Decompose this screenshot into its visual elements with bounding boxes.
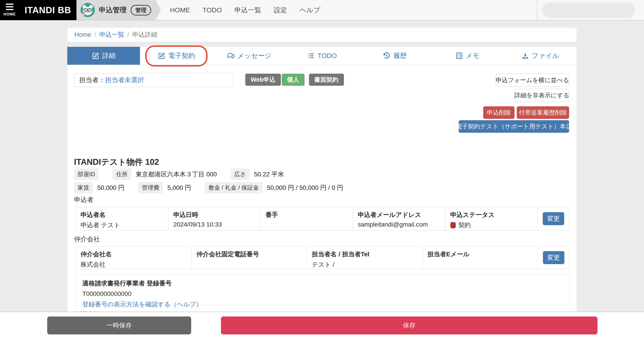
broker-email-label: 担当者Eメール [428,250,533,258]
broker-change-cell: 変更 [538,246,569,269]
hamburger-icon [6,4,14,10]
edit-icon [158,52,166,60]
tab-econtract[interactable]: 電子契約 [140,47,213,65]
assignee-value: 担当者未選択 [105,76,144,85]
invoice-number: T0000000000000 [82,290,562,297]
nav-help[interactable]: ヘルプ [300,6,320,15]
tab-history[interactable]: 履歴 [358,47,431,65]
tab-detail[interactable]: 詳細 [67,47,140,65]
delete-referral-history-button[interactable]: 付帯送客履歴削除 [517,106,569,119]
tab-file[interactable]: ファイル [504,47,577,65]
applicant-name-label: 申込者名 [80,211,163,219]
applicant-table: 申込者名 申込者 テスト 申込日時 2024/09/13 10:33 番手 申込… [75,207,570,231]
broker-email-cell: 担当者Eメール [422,246,538,269]
module-name: 申込管理 [99,5,126,15]
tab-detail-label: 詳細 [102,51,116,61]
broker-person-label: 担当者名 / 担当者Tel [312,250,418,258]
room-id-chip: 部屋ID [74,169,98,180]
tab-memo-label: メモ [466,51,480,61]
save-button[interactable]: 保存 [221,316,598,334]
badge-web-application: Web申込 [245,74,281,86]
mascot-avatar [80,3,95,17]
bottom-action-bar: 一時保存 保存 [0,311,644,338]
application-detail-card: 詳細 電子契約 メッセージ TODO 履歴 メモ [67,47,577,338]
property-info-row-1: 部屋ID 住所 東京都港区六本木３丁目 000 広さ 50.22 平米 [74,169,284,180]
applicant-datetime-cell: 申込日時 2024/09/13 10:33 [168,207,260,230]
property-info-row-2: 家賃 50,000 円 管理費 5,000 円 敷金 / 礼金 / 保証金 50… [74,182,343,193]
itandi-bb-logo[interactable]: ITANDI BB [19,0,76,20]
applicant-datetime-label: 申込日時 [173,211,256,219]
breadcrumb-list-link[interactable]: 申込一覧 [99,31,124,39]
tab-todo-label: TODO [318,52,337,60]
application-badges: Web申込 個人 書面契約 [245,74,344,86]
applicant-change-button[interactable]: 変更 [543,212,564,225]
application-detail-page: HOME ITANDI BB 申 [0,0,644,338]
invoice-registration-box: 適格請求書発行事業者 登録番号 T0000000000000 登録番号の表示方法… [75,274,570,305]
tab-message-label: メッセージ [237,51,272,61]
broker-person-cell: 担当者名 / 担当者Tel テスト / [306,246,422,269]
deposit-chip: 敷金 / 礼金 / 保証金 [205,182,262,193]
assignee-selector[interactable]: 担当者： 担当者未選択 [74,73,234,87]
property-title: ITANDIテスト物件 102 [74,156,159,168]
applicant-email-cell: 申込者メールアドレス sampleitandi@gmail.com [353,207,445,230]
side-by-side-button[interactable]: 申込フォームを横に並べる [496,74,569,87]
breadcrumb-separator: / [127,31,129,38]
size-value: 50.22 平米 [254,170,284,179]
tab-message[interactable]: メッセージ [213,47,286,65]
top-navigation: HOME TODO 申込一覧 設定 ヘルプ [170,0,320,20]
nav-todo[interactable]: TODO [202,6,222,14]
mgmt-fee-value: 5,000 円 [167,184,191,192]
temp-save-button[interactable]: 一時保存 [47,316,191,334]
applicant-email-value: sampleitandi@gmail.com [358,221,440,228]
applicant-name-cell: 申込者名 申込者 テスト [76,207,168,230]
delete-application-button[interactable]: 申込削除 [483,106,514,119]
topbar-right-section [537,0,644,21]
tab-memo[interactable]: メモ [431,47,504,65]
econtract-store-button[interactable]: 電子契約テスト（サポート用テスト）本店 [459,120,569,133]
breadcrumb: Home / 申込一覧 / 申込詳細 [67,27,577,42]
broker-phone-label: 仲介会社固定電話番号 [196,250,302,258]
broker-heading: 仲介会社 [74,235,100,244]
broker-phone-cell: 仲介会社固定電話番号 [192,246,307,269]
broker-person-value: テスト / [312,260,418,269]
breadcrumb-current: 申込詳細 [132,31,157,39]
history-icon [383,52,390,60]
mgmt-fee-chip: 管理費 [138,182,163,193]
list-icon [307,52,315,60]
address-value: 東京都港区六本木３丁目 000 [136,170,217,179]
applicant-rank-label: 番手 [266,211,348,219]
broker-company-value: 株式会社 [80,260,186,269]
invoice-title: 適格請求書発行事業者 登録番号 [82,279,562,288]
nav-home[interactable]: HOME [170,6,190,14]
applicant-rank-cell: 番手 [260,207,353,230]
nav-applications[interactable]: 申込一覧 [234,6,261,15]
tab-history-label: 履歴 [393,51,406,61]
size-chip: 広さ [231,169,250,180]
applicant-change-cell: 変更 [537,207,569,230]
broker-company-label: 仲介会社名 [80,250,186,258]
badge-paper-contract: 書面契約 [309,74,344,86]
chat-icon [227,52,234,60]
breadcrumb-home-link[interactable]: Home [74,31,91,38]
tab-todo[interactable]: TODO [286,47,358,65]
applicant-status-label: 申込ステータス [450,211,533,219]
detail-content: 担当者： 担当者未選択 Web申込 個人 書面契約 申込フォームを横に並べる 詳… [67,65,577,337]
tab-econtract-label: 電子契約 [168,51,195,61]
address-chip: 住所 [112,169,131,180]
applicant-status-value: 契約 [458,221,471,229]
module-selector[interactable]: 申込管理 管理 [76,0,161,20]
broker-table: 仲介会社名 株式会社 仲介会社固定電話番号 担当者名 / 担当者Tel テスト … [75,246,570,269]
breadcrumb-separator: / [94,31,96,38]
search-input[interactable] [542,3,635,18]
applicant-name-value: 申込者 テスト [80,221,163,229]
status-indicator-dot [450,222,456,228]
invoice-help-link[interactable]: 登録番号の表示方法を確認する（ヘルプ） [82,300,202,309]
rent-value: 50,000 円 [97,184,124,192]
assignee-label: 担当者： [79,76,105,85]
home-box-label: HOME [4,12,16,17]
hamburger-home-button[interactable]: HOME [0,0,19,20]
deposit-value: 50,000 円 / 50,000 円 / 0 円 [267,184,343,192]
nav-settings[interactable]: 設定 [274,6,287,15]
hide-detail-button[interactable]: 詳細を非表示にする [514,89,569,102]
broker-change-button[interactable]: 変更 [543,251,564,264]
